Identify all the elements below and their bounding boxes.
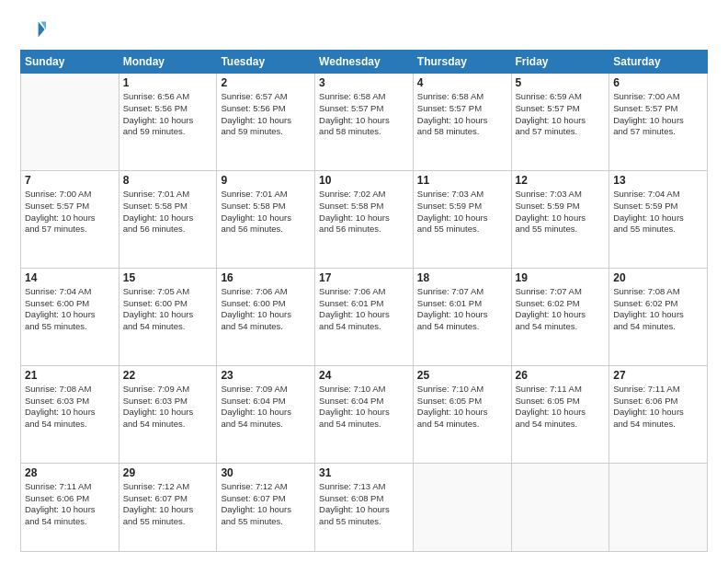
day-info: Sunrise: 7:01 AM Sunset: 5:58 PM Dayligh…	[221, 189, 311, 236]
day-number: 29	[123, 466, 213, 479]
day-number: 23	[221, 369, 311, 382]
day-cell: 28Sunrise: 7:11 AM Sunset: 6:06 PM Dayli…	[21, 463, 119, 551]
col-header-saturday: Saturday	[609, 51, 708, 74]
day-number: 19	[516, 271, 606, 284]
day-info: Sunrise: 7:04 AM Sunset: 6:00 PM Dayligh…	[25, 286, 115, 333]
day-cell: 18Sunrise: 7:07 AM Sunset: 6:01 PM Dayli…	[413, 268, 511, 365]
day-cell: 9Sunrise: 7:01 AM Sunset: 5:58 PM Daylig…	[217, 170, 315, 268]
day-number: 25	[417, 369, 507, 382]
day-info: Sunrise: 7:11 AM Sunset: 6:06 PM Dayligh…	[613, 384, 703, 431]
header-row: SundayMondayTuesdayWednesdayThursdayFrid…	[21, 51, 708, 74]
day-number: 1	[123, 76, 213, 89]
day-number: 31	[319, 466, 409, 479]
day-cell: 19Sunrise: 7:07 AM Sunset: 6:02 PM Dayli…	[511, 268, 609, 365]
day-info: Sunrise: 7:11 AM Sunset: 6:06 PM Dayligh…	[25, 481, 115, 528]
day-number: 20	[613, 271, 703, 284]
day-number: 12	[516, 174, 606, 187]
day-info: Sunrise: 7:12 AM Sunset: 6:07 PM Dayligh…	[221, 481, 311, 528]
day-info: Sunrise: 7:07 AM Sunset: 6:01 PM Dayligh…	[417, 286, 507, 333]
day-number: 27	[613, 369, 703, 382]
col-header-monday: Monday	[119, 51, 217, 74]
day-info: Sunrise: 6:56 AM Sunset: 5:56 PM Dayligh…	[123, 91, 213, 138]
day-cell: 6Sunrise: 7:00 AM Sunset: 5:57 PM Daylig…	[609, 74, 708, 171]
day-cell: 22Sunrise: 7:09 AM Sunset: 6:03 PM Dayli…	[119, 365, 217, 463]
day-cell: 23Sunrise: 7:09 AM Sunset: 6:04 PM Dayli…	[217, 365, 315, 463]
day-cell: 8Sunrise: 7:01 AM Sunset: 5:58 PM Daylig…	[119, 170, 217, 268]
day-number: 2	[221, 76, 311, 89]
day-info: Sunrise: 7:04 AM Sunset: 5:59 PM Dayligh…	[613, 189, 703, 236]
day-info: Sunrise: 7:06 AM Sunset: 6:01 PM Dayligh…	[319, 286, 409, 333]
day-number: 13	[613, 174, 703, 187]
day-info: Sunrise: 6:57 AM Sunset: 5:56 PM Dayligh…	[221, 91, 311, 138]
day-number: 4	[417, 76, 507, 89]
day-cell: 4Sunrise: 6:58 AM Sunset: 5:57 PM Daylig…	[413, 74, 511, 171]
day-info: Sunrise: 7:12 AM Sunset: 6:07 PM Dayligh…	[123, 481, 213, 528]
week-row-2: 7Sunrise: 7:00 AM Sunset: 5:57 PM Daylig…	[21, 170, 708, 268]
day-cell: 20Sunrise: 7:08 AM Sunset: 6:02 PM Dayli…	[609, 268, 708, 365]
day-info: Sunrise: 7:13 AM Sunset: 6:08 PM Dayligh…	[319, 481, 409, 528]
day-info: Sunrise: 7:09 AM Sunset: 6:04 PM Dayligh…	[221, 384, 311, 431]
logo	[20, 17, 50, 42]
day-number: 16	[221, 271, 311, 284]
week-row-5: 28Sunrise: 7:11 AM Sunset: 6:06 PM Dayli…	[21, 463, 708, 551]
day-number: 7	[25, 174, 115, 187]
day-cell: 17Sunrise: 7:06 AM Sunset: 6:01 PM Dayli…	[315, 268, 414, 365]
day-number: 8	[123, 174, 213, 187]
day-cell: 15Sunrise: 7:05 AM Sunset: 6:00 PM Dayli…	[119, 268, 217, 365]
day-info: Sunrise: 7:00 AM Sunset: 5:57 PM Dayligh…	[25, 189, 115, 236]
day-info: Sunrise: 7:10 AM Sunset: 6:05 PM Dayligh…	[417, 384, 507, 431]
day-number: 21	[25, 369, 115, 382]
day-number: 17	[319, 271, 409, 284]
day-cell: 16Sunrise: 7:06 AM Sunset: 6:00 PM Dayli…	[217, 268, 315, 365]
day-cell: 27Sunrise: 7:11 AM Sunset: 6:06 PM Dayli…	[609, 365, 708, 463]
day-cell	[609, 463, 708, 551]
day-number: 15	[123, 271, 213, 284]
day-cell: 5Sunrise: 6:59 AM Sunset: 5:57 PM Daylig…	[511, 74, 609, 171]
week-row-4: 21Sunrise: 7:08 AM Sunset: 6:03 PM Dayli…	[21, 365, 708, 463]
day-info: Sunrise: 7:09 AM Sunset: 6:03 PM Dayligh…	[123, 384, 213, 431]
day-number: 11	[417, 174, 507, 187]
day-cell: 1Sunrise: 6:56 AM Sunset: 5:56 PM Daylig…	[119, 74, 217, 171]
day-number: 6	[613, 76, 703, 89]
day-info: Sunrise: 6:59 AM Sunset: 5:57 PM Dayligh…	[516, 91, 606, 138]
day-info: Sunrise: 7:08 AM Sunset: 6:03 PM Dayligh…	[25, 384, 115, 431]
day-cell: 13Sunrise: 7:04 AM Sunset: 5:59 PM Dayli…	[609, 170, 708, 268]
day-number: 10	[319, 174, 409, 187]
day-number: 22	[123, 369, 213, 382]
day-info: Sunrise: 7:03 AM Sunset: 5:59 PM Dayligh…	[417, 189, 507, 236]
col-header-wednesday: Wednesday	[315, 51, 414, 74]
day-info: Sunrise: 7:11 AM Sunset: 6:05 PM Dayligh…	[516, 384, 606, 431]
calendar-table: SundayMondayTuesdayWednesdayThursdayFrid…	[20, 50, 708, 552]
day-cell: 12Sunrise: 7:03 AM Sunset: 5:59 PM Dayli…	[511, 170, 609, 268]
day-info: Sunrise: 7:02 AM Sunset: 5:58 PM Dayligh…	[319, 189, 409, 236]
day-number: 26	[516, 369, 606, 382]
day-info: Sunrise: 7:03 AM Sunset: 5:59 PM Dayligh…	[516, 189, 606, 236]
day-number: 24	[319, 369, 409, 382]
col-header-tuesday: Tuesday	[217, 51, 315, 74]
day-info: Sunrise: 7:07 AM Sunset: 6:02 PM Dayligh…	[516, 286, 606, 333]
day-info: Sunrise: 7:01 AM Sunset: 5:58 PM Dayligh…	[123, 189, 213, 236]
day-cell: 31Sunrise: 7:13 AM Sunset: 6:08 PM Dayli…	[315, 463, 414, 551]
day-number: 18	[417, 271, 507, 284]
day-cell	[511, 463, 609, 551]
day-info: Sunrise: 6:58 AM Sunset: 5:57 PM Dayligh…	[319, 91, 409, 138]
day-number: 3	[319, 76, 409, 89]
day-number: 9	[221, 174, 311, 187]
header	[20, 17, 708, 42]
col-header-friday: Friday	[511, 51, 609, 74]
day-info: Sunrise: 7:05 AM Sunset: 6:00 PM Dayligh…	[123, 286, 213, 333]
col-header-thursday: Thursday	[413, 51, 511, 74]
day-cell	[21, 74, 119, 171]
day-number: 30	[221, 466, 311, 479]
week-row-3: 14Sunrise: 7:04 AM Sunset: 6:00 PM Dayli…	[21, 268, 708, 365]
day-cell: 29Sunrise: 7:12 AM Sunset: 6:07 PM Dayli…	[119, 463, 217, 551]
day-cell: 7Sunrise: 7:00 AM Sunset: 5:57 PM Daylig…	[21, 170, 119, 268]
day-cell: 10Sunrise: 7:02 AM Sunset: 5:58 PM Dayli…	[315, 170, 414, 268]
day-info: Sunrise: 7:00 AM Sunset: 5:57 PM Dayligh…	[613, 91, 703, 138]
day-cell: 24Sunrise: 7:10 AM Sunset: 6:04 PM Dayli…	[315, 365, 414, 463]
day-info: Sunrise: 6:58 AM Sunset: 5:57 PM Dayligh…	[417, 91, 507, 138]
day-cell: 14Sunrise: 7:04 AM Sunset: 6:00 PM Dayli…	[21, 268, 119, 365]
day-number: 5	[516, 76, 606, 89]
day-cell: 11Sunrise: 7:03 AM Sunset: 5:59 PM Dayli…	[413, 170, 511, 268]
day-number: 14	[25, 271, 115, 284]
